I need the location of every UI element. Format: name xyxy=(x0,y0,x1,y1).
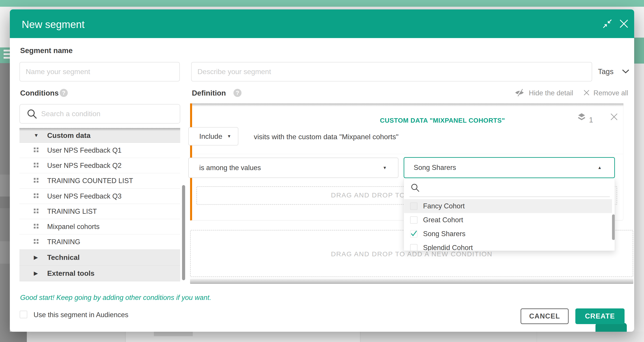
include-dropdown[interactable]: Include ▼ xyxy=(188,127,238,146)
bg-left-band-2 xyxy=(0,196,10,208)
drag-handle-icon[interactable] xyxy=(34,193,39,199)
condition-item-label: TRAINING xyxy=(47,238,80,246)
bg-left-light xyxy=(0,7,10,48)
operator-select[interactable]: is among the values ▼ xyxy=(188,158,398,178)
conditions-title: Conditions xyxy=(20,89,58,97)
condition-item[interactable]: User NPS Feedback Q1 xyxy=(20,143,180,158)
drag-handle-icon[interactable] xyxy=(34,178,39,184)
condition-item[interactable]: Mixpanel cohorts xyxy=(20,219,180,234)
search-icon xyxy=(26,109,38,121)
condition-item-label: User NPS Feedback Q1 xyxy=(47,146,122,154)
dialog-title: New segment xyxy=(22,18,84,31)
group-label: Technical xyxy=(47,253,80,262)
create-button[interactable]: CREATE xyxy=(575,308,624,324)
bg-bottom-dark-block xyxy=(10,332,27,342)
value-label: Song Sharers xyxy=(414,164,456,172)
condition-item-label: User NPS Feedback Q3 xyxy=(47,192,122,200)
drag-handle-icon[interactable] xyxy=(34,163,39,169)
triangle-down-icon: ▼ xyxy=(227,134,231,139)
condition-search-input[interactable] xyxy=(41,105,179,123)
remove-all-x-icon xyxy=(584,90,590,97)
condition-item-label: TRAINING COUNTED LIST xyxy=(47,177,133,185)
cohort-option[interactable]: Song Sharers xyxy=(404,227,612,241)
triangle-down-icon: ▼ xyxy=(382,165,387,170)
bg-bottom-tab xyxy=(154,332,193,336)
conditions-help-icon[interactable]: ? xyxy=(60,89,68,97)
segment-description-input[interactable] xyxy=(191,62,592,82)
hint-text: Good start! Keep going by adding other c… xyxy=(20,294,211,302)
bg-left-band-1 xyxy=(0,175,10,196)
hide-detail-label: Hide the detail xyxy=(529,89,573,97)
group-external-tools[interactable]: ▶ External tools xyxy=(20,265,180,281)
definition-title: Definition xyxy=(192,89,226,97)
checkbox-unchecked[interactable] xyxy=(410,244,418,251)
bg-right-light-top xyxy=(634,7,644,38)
definition-horizontal-scrollbar[interactable] xyxy=(190,279,633,284)
bg-right-teal-band xyxy=(634,38,644,64)
cohort-option[interactable]: Great Cohort xyxy=(404,213,612,227)
condition-item[interactable]: User NPS Feedback Q2 xyxy=(20,158,180,173)
value-combobox[interactable]: Song Sharers ▲ xyxy=(404,157,615,178)
cohort-search-input[interactable] xyxy=(424,181,603,195)
new-condition-dropzone-label: DRAG AND DROP TO ADD A NEW CONDITION xyxy=(190,250,633,258)
drag-handle-icon[interactable] xyxy=(34,239,39,245)
checkbox-unchecked[interactable] xyxy=(410,216,418,224)
condition-item[interactable]: TRAINING COUNTED LIST xyxy=(20,173,180,189)
audiences-checkbox[interactable] xyxy=(20,311,27,318)
checkbox-unchecked[interactable] xyxy=(410,203,418,210)
card-close-icon[interactable] xyxy=(610,113,618,121)
cohort-option-label: Song Sharers xyxy=(423,230,466,238)
include-label: Include xyxy=(199,132,222,141)
cohort-dropdown-panel: Fancy Cohort Great Cohort Song Sharers S… xyxy=(404,178,615,251)
condition-item-label: User NPS Feedback Q2 xyxy=(47,162,122,170)
dialog-header: New segment xyxy=(10,10,634,38)
bg-bottom-strip xyxy=(10,332,644,342)
triangle-right-icon: ▶ xyxy=(34,254,38,260)
operator-label: is among the values xyxy=(199,164,261,172)
condition-item[interactable]: TRAINING LIST xyxy=(20,204,180,219)
hide-detail-button[interactable]: Hide the detail xyxy=(514,88,573,98)
remove-all-button[interactable]: Remove all xyxy=(584,88,628,98)
tags-dropdown[interactable]: Tags xyxy=(598,66,630,78)
chevron-down-icon xyxy=(622,69,630,75)
bg-top-strip xyxy=(0,0,644,7)
list-top-shadow xyxy=(20,128,180,131)
triangle-right-icon: ▶ xyxy=(34,270,38,276)
group-technical[interactable]: ▶ Technical xyxy=(20,250,180,265)
cohort-option[interactable]: Splendid Cohort xyxy=(404,241,612,251)
definition-help-icon[interactable]: ? xyxy=(234,89,242,97)
tags-label: Tags xyxy=(598,67,614,76)
cohort-option[interactable]: Fancy Cohort xyxy=(404,199,612,213)
bg-left-band-3 xyxy=(0,241,10,264)
collapse-icon[interactable] xyxy=(602,19,612,29)
cancel-button[interactable]: CANCEL xyxy=(520,308,569,324)
layers-icon xyxy=(577,112,586,121)
card-top-shadow xyxy=(192,103,624,107)
drag-handle-icon[interactable] xyxy=(34,148,39,153)
close-icon[interactable] xyxy=(619,19,629,29)
card-title: CUSTOM DATA "MIXPANEL COHORTS" xyxy=(380,117,505,124)
remove-all-label: Remove all xyxy=(594,89,628,97)
condition-count-badge: 1 xyxy=(589,116,593,124)
triangle-down-icon: ▼ xyxy=(34,133,39,138)
checkbox-checked[interactable] xyxy=(410,230,418,238)
condition-item[interactable]: TRAINING xyxy=(20,234,180,250)
condition-search-box xyxy=(20,104,180,124)
condition-item[interactable]: User NPS Feedback Q3 xyxy=(20,189,180,204)
condition-item-label: TRAINING LIST xyxy=(47,207,97,216)
cohort-option-label: Fancy Cohort xyxy=(423,202,465,210)
conditions-scrollbar[interactable] xyxy=(182,185,185,280)
group-label: External tools xyxy=(47,269,94,277)
group-label: Custom data xyxy=(47,131,90,140)
drag-handle-icon[interactable] xyxy=(34,224,39,230)
create-button-underlay xyxy=(596,323,627,332)
drag-handle-icon[interactable] xyxy=(34,209,39,214)
bg-bottom-divider xyxy=(537,332,537,342)
conditions-list: ▼ Custom data User NPS Feedback Q1 User … xyxy=(20,126,180,281)
condition-sentence: visits with the custom data "Mixpanel co… xyxy=(254,133,398,141)
new-segment-dialog: New segment Segment name Tags Conditions… xyxy=(10,10,634,332)
segment-name-label: Segment name xyxy=(20,46,73,55)
search-icon xyxy=(410,183,420,193)
dropdown-scrollbar[interactable] xyxy=(612,214,615,240)
segment-name-input[interactable] xyxy=(20,62,180,82)
